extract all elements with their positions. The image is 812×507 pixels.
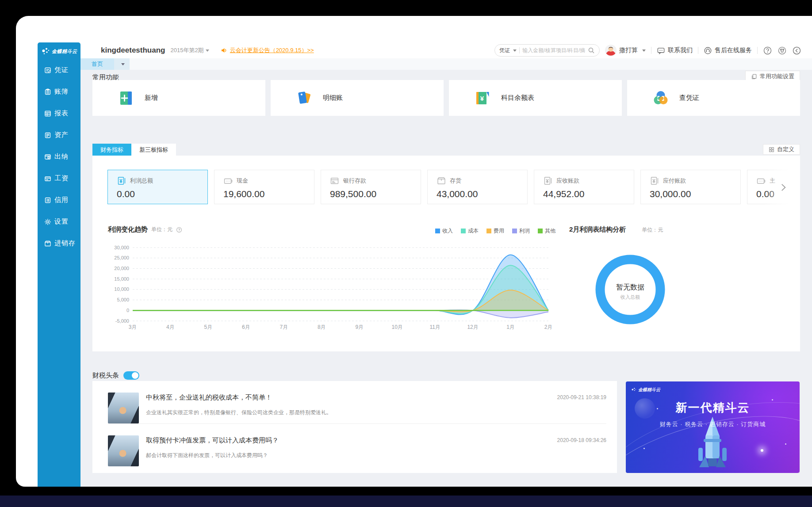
trend-chart: 30,00025,00020,00015,00010,0005,0000-5,0…	[111, 244, 553, 332]
cash-icon	[223, 176, 233, 186]
quick-card-label: 科目余额表	[501, 94, 534, 102]
quick-card-add-voucher[interactable]: 新增	[92, 80, 265, 116]
customize-button[interactable]: 自定义	[763, 144, 800, 155]
legend-swatch	[512, 229, 517, 233]
app-logo-text: 金蝶精斗云	[52, 48, 77, 55]
sidebar-item-inventory[interactable]: 进销存	[38, 233, 80, 254]
metric-card-cash[interactable]: 现金 19,600.00	[214, 170, 314, 204]
legend-item[interactable]: 成本	[461, 227, 479, 235]
period-selector[interactable]: 2015年第2期	[170, 46, 209, 54]
donut-chart-unit: 单位：元	[642, 226, 663, 234]
receivable-icon	[543, 176, 553, 186]
voucher-icon	[44, 67, 51, 74]
legend-label: 其他	[545, 227, 555, 235]
svg-text:7月: 7月	[280, 324, 288, 330]
chat-icon	[657, 46, 665, 55]
quick-card-account-balance[interactable]: ¥科目余额表	[449, 80, 622, 116]
help-icon[interactable]	[763, 46, 772, 55]
metric-card-payable[interactable]: 应付账款 30,000.00	[640, 170, 741, 204]
sidebar-item-cashier[interactable]: 出纳	[38, 146, 80, 168]
promo-banner[interactable]: 金蝶精斗云 新一代精斗云 财务云 · 税务云 · 进销存云 · 订货商城	[626, 381, 800, 473]
asset-icon	[44, 132, 51, 139]
legend-label: 利润	[519, 227, 530, 235]
tab-strip: 首页	[80, 58, 812, 70]
help-circle-icon[interactable]	[176, 227, 182, 233]
metric-card-bank-deposit[interactable]: 银行存款 989,500.00	[321, 170, 421, 204]
aftersale-service-button[interactable]: 售后在线服务	[704, 46, 752, 55]
sidebar: 金蝶精斗云 凭证账簿报表资产出纳工资信用设置进销存	[38, 42, 80, 487]
legend-swatch	[461, 229, 466, 233]
metric-value: 30,000.00	[650, 189, 740, 199]
news-item-date: 2020-09-18 09:34:26	[557, 437, 606, 466]
svg-text:20,000: 20,000	[114, 266, 129, 271]
sidebar-item-label: 工资	[54, 174, 69, 183]
news-item[interactable]: 中秋将至，企业送礼的税收成本，不简单！ 企业送礼其实很正常的，特别是像银行、保险…	[92, 381, 617, 423]
sidebar-item-credit[interactable]: 信用	[38, 189, 80, 211]
next-metrics-arrow[interactable]	[778, 182, 789, 193]
scan-icon	[653, 90, 669, 106]
news-header: 财税头条	[92, 371, 139, 380]
search-input[interactable]: 凭证 输入金额/核算项目/科目/摘要	[494, 44, 600, 57]
search-icon[interactable]	[588, 47, 595, 54]
announcement-link[interactable]: 云会计更新公告（2020.9.15）>>	[230, 46, 314, 54]
donut-chart-header: 2月利润表结构分析 单位：元	[569, 225, 663, 234]
quick-function-cards: 新增明细账¥科目余额表查凭证	[92, 80, 800, 116]
metric-label: 现金	[237, 177, 248, 185]
legend-item[interactable]: 其他	[538, 227, 555, 235]
tab-dropdown[interactable]	[114, 58, 130, 70]
news-thumbnail	[108, 435, 139, 466]
announcement[interactable]: 云会计更新公告（2020.9.15）>>	[221, 46, 314, 54]
metric-value: 19,600.00	[223, 189, 314, 199]
headset-icon	[704, 46, 712, 55]
bottom-bar	[0, 496, 812, 507]
topbar: kingdeetesthuang 2015年第2期 云会计更新公告（2020.9…	[80, 42, 812, 58]
news-toggle[interactable]	[123, 371, 139, 380]
sidebar-item-label: 设置	[54, 217, 69, 226]
sidebar-item-assets[interactable]: 资产	[38, 124, 80, 146]
trend-chart-title: 利润变化趋势	[108, 225, 148, 234]
svg-text:0: 0	[126, 308, 129, 313]
sidebar-item-voucher[interactable]: 凭证	[38, 59, 80, 81]
search-category-dropdown[interactable]: 凭证	[499, 47, 517, 54]
metric-card-profit-total[interactable]: 利润总额 0.00	[107, 170, 208, 204]
quick-card-label: 明细账	[323, 94, 343, 102]
tab-neeq-indicators[interactable]: 新三板指标	[131, 144, 176, 156]
collapse-back-icon[interactable]	[792, 46, 801, 55]
tab-home[interactable]: 首页	[80, 58, 114, 70]
tab-financial-indicators[interactable]: 财务指标	[92, 144, 131, 156]
svg-text:25,000: 25,000	[114, 255, 129, 260]
metric-value: 43,000.00	[437, 189, 527, 199]
sidebar-item-label: 信用	[54, 196, 69, 204]
svg-text:10月: 10月	[392, 324, 403, 330]
sidebar-item-settings[interactable]: 设置	[38, 211, 80, 233]
metric-card-stock[interactable]: 存货 43,000.00	[427, 170, 528, 204]
gift-shirt-icon[interactable]	[778, 46, 787, 55]
salary-icon	[44, 175, 51, 182]
sidebar-item-payroll[interactable]: 工资	[38, 168, 80, 189]
quick-card-check-voucher[interactable]: 查凭证	[627, 80, 800, 116]
news-item[interactable]: 取得预付卡冲值发票，可以计入成本费用吗？ 郝会计取得下面这样的发票，可以计入成本…	[92, 424, 617, 466]
svg-text:11月: 11月	[429, 324, 440, 330]
legend-item[interactable]: 费用	[486, 227, 504, 235]
legend-item[interactable]: 利润	[512, 227, 530, 235]
divider	[757, 47, 758, 54]
divider	[519, 47, 520, 53]
sidebar-item-reports[interactable]: 报表	[38, 103, 80, 124]
divider	[651, 47, 651, 54]
sidebar-item-label: 报表	[54, 109, 69, 118]
contact-us-button[interactable]: 联系我们	[657, 46, 693, 55]
avatar	[605, 45, 617, 56]
balance-icon: ¥	[475, 90, 490, 106]
quick-card-detail-ledger[interactable]: 明细账	[271, 80, 444, 116]
legend-item[interactable]: 收入	[435, 227, 453, 235]
user-menu[interactable]: 撒打算	[605, 45, 646, 56]
indicators-panel: 利润总额 0.00 现金 19,600.00 银行存款 989,500.00 存…	[92, 156, 800, 351]
speaker-icon	[221, 47, 228, 54]
metric-card-receivable[interactable]: 应收账款 44,952.00	[534, 170, 634, 204]
sidebar-item-books[interactable]: 账簿	[38, 81, 80, 103]
metric-value: 44,952.00	[543, 189, 634, 199]
banner-logo: 金蝶精斗云	[631, 387, 660, 393]
inventory-icon	[44, 240, 51, 247]
stock-icon	[437, 176, 446, 186]
copy-icon	[751, 73, 757, 80]
